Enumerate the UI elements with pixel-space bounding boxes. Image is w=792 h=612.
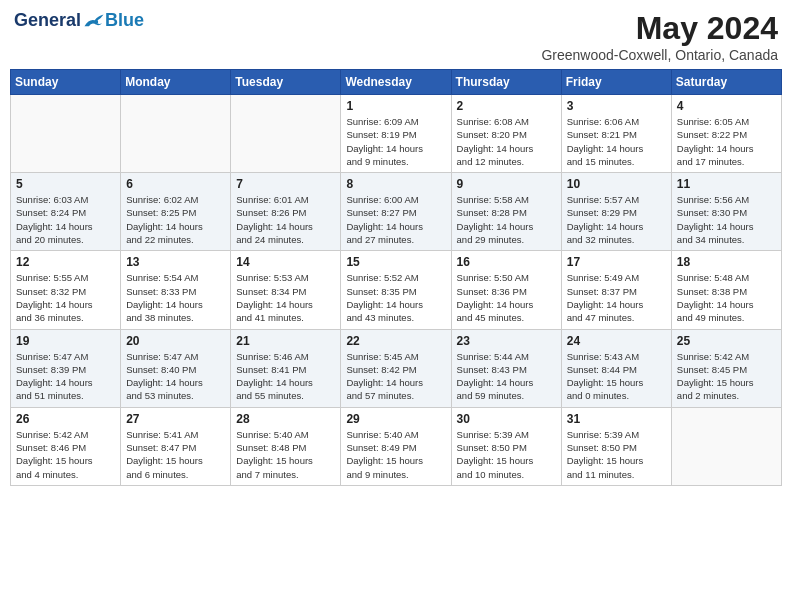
calendar-cell: 20Sunrise: 5:47 AM Sunset: 8:40 PM Dayli… [121,329,231,407]
logo-blue: Blue [105,10,144,31]
calendar-cell: 3Sunrise: 6:06 AM Sunset: 8:21 PM Daylig… [561,95,671,173]
calendar-cell: 21Sunrise: 5:46 AM Sunset: 8:41 PM Dayli… [231,329,341,407]
day-info: Sunrise: 5:47 AM Sunset: 8:39 PM Dayligh… [16,350,115,403]
day-number: 28 [236,412,335,426]
calendar-cell: 11Sunrise: 5:56 AM Sunset: 8:30 PM Dayli… [671,173,781,251]
calendar-cell: 23Sunrise: 5:44 AM Sunset: 8:43 PM Dayli… [451,329,561,407]
day-info: Sunrise: 6:00 AM Sunset: 8:27 PM Dayligh… [346,193,445,246]
day-info: Sunrise: 5:50 AM Sunset: 8:36 PM Dayligh… [457,271,556,324]
calendar-cell: 8Sunrise: 6:00 AM Sunset: 8:27 PM Daylig… [341,173,451,251]
calendar-cell: 24Sunrise: 5:43 AM Sunset: 8:44 PM Dayli… [561,329,671,407]
day-number: 29 [346,412,445,426]
calendar-header-row: SundayMondayTuesdayWednesdayThursdayFrid… [11,70,782,95]
day-info: Sunrise: 5:58 AM Sunset: 8:28 PM Dayligh… [457,193,556,246]
title-block: May 2024 Greenwood-Coxwell, Ontario, Can… [541,10,778,63]
location-subtitle: Greenwood-Coxwell, Ontario, Canada [541,47,778,63]
day-number: 31 [567,412,666,426]
calendar-cell: 19Sunrise: 5:47 AM Sunset: 8:39 PM Dayli… [11,329,121,407]
calendar-cell [121,95,231,173]
calendar-cell: 13Sunrise: 5:54 AM Sunset: 8:33 PM Dayli… [121,251,231,329]
calendar-cell: 28Sunrise: 5:40 AM Sunset: 8:48 PM Dayli… [231,407,341,485]
day-info: Sunrise: 6:06 AM Sunset: 8:21 PM Dayligh… [567,115,666,168]
calendar-week-row: 1Sunrise: 6:09 AM Sunset: 8:19 PM Daylig… [11,95,782,173]
day-info: Sunrise: 6:01 AM Sunset: 8:26 PM Dayligh… [236,193,335,246]
calendar-cell: 7Sunrise: 6:01 AM Sunset: 8:26 PM Daylig… [231,173,341,251]
day-info: Sunrise: 5:52 AM Sunset: 8:35 PM Dayligh… [346,271,445,324]
calendar-week-row: 5Sunrise: 6:03 AM Sunset: 8:24 PM Daylig… [11,173,782,251]
day-number: 10 [567,177,666,191]
day-info: Sunrise: 6:03 AM Sunset: 8:24 PM Dayligh… [16,193,115,246]
day-header-sunday: Sunday [11,70,121,95]
day-info: Sunrise: 5:40 AM Sunset: 8:48 PM Dayligh… [236,428,335,481]
calendar-cell: 1Sunrise: 6:09 AM Sunset: 8:19 PM Daylig… [341,95,451,173]
day-number: 9 [457,177,556,191]
day-info: Sunrise: 5:40 AM Sunset: 8:49 PM Dayligh… [346,428,445,481]
calendar-week-row: 19Sunrise: 5:47 AM Sunset: 8:39 PM Dayli… [11,329,782,407]
calendar-cell: 17Sunrise: 5:49 AM Sunset: 8:37 PM Dayli… [561,251,671,329]
day-info: Sunrise: 5:42 AM Sunset: 8:45 PM Dayligh… [677,350,776,403]
calendar-table: SundayMondayTuesdayWednesdayThursdayFrid… [10,69,782,486]
day-info: Sunrise: 6:05 AM Sunset: 8:22 PM Dayligh… [677,115,776,168]
calendar-cell: 6Sunrise: 6:02 AM Sunset: 8:25 PM Daylig… [121,173,231,251]
calendar-cell: 2Sunrise: 6:08 AM Sunset: 8:20 PM Daylig… [451,95,561,173]
day-info: Sunrise: 6:09 AM Sunset: 8:19 PM Dayligh… [346,115,445,168]
day-number: 14 [236,255,335,269]
calendar-cell: 10Sunrise: 5:57 AM Sunset: 8:29 PM Dayli… [561,173,671,251]
day-info: Sunrise: 6:02 AM Sunset: 8:25 PM Dayligh… [126,193,225,246]
day-number: 11 [677,177,776,191]
day-info: Sunrise: 5:55 AM Sunset: 8:32 PM Dayligh… [16,271,115,324]
calendar-cell: 31Sunrise: 5:39 AM Sunset: 8:50 PM Dayli… [561,407,671,485]
calendar-cell: 4Sunrise: 6:05 AM Sunset: 8:22 PM Daylig… [671,95,781,173]
day-info: Sunrise: 5:41 AM Sunset: 8:47 PM Dayligh… [126,428,225,481]
calendar-cell: 25Sunrise: 5:42 AM Sunset: 8:45 PM Dayli… [671,329,781,407]
day-header-thursday: Thursday [451,70,561,95]
day-info: Sunrise: 5:45 AM Sunset: 8:42 PM Dayligh… [346,350,445,403]
day-number: 4 [677,99,776,113]
day-info: Sunrise: 5:39 AM Sunset: 8:50 PM Dayligh… [567,428,666,481]
day-header-friday: Friday [561,70,671,95]
day-number: 23 [457,334,556,348]
day-number: 6 [126,177,225,191]
day-info: Sunrise: 5:54 AM Sunset: 8:33 PM Dayligh… [126,271,225,324]
day-info: Sunrise: 5:48 AM Sunset: 8:38 PM Dayligh… [677,271,776,324]
calendar-cell: 12Sunrise: 5:55 AM Sunset: 8:32 PM Dayli… [11,251,121,329]
day-number: 3 [567,99,666,113]
day-number: 24 [567,334,666,348]
calendar-cell: 30Sunrise: 5:39 AM Sunset: 8:50 PM Dayli… [451,407,561,485]
calendar-cell: 22Sunrise: 5:45 AM Sunset: 8:42 PM Dayli… [341,329,451,407]
day-number: 30 [457,412,556,426]
day-number: 26 [16,412,115,426]
day-info: Sunrise: 6:08 AM Sunset: 8:20 PM Dayligh… [457,115,556,168]
day-header-tuesday: Tuesday [231,70,341,95]
calendar-week-row: 26Sunrise: 5:42 AM Sunset: 8:46 PM Dayli… [11,407,782,485]
day-number: 25 [677,334,776,348]
calendar-cell: 18Sunrise: 5:48 AM Sunset: 8:38 PM Dayli… [671,251,781,329]
month-title: May 2024 [541,10,778,47]
day-info: Sunrise: 5:44 AM Sunset: 8:43 PM Dayligh… [457,350,556,403]
day-info: Sunrise: 5:57 AM Sunset: 8:29 PM Dayligh… [567,193,666,246]
day-header-monday: Monday [121,70,231,95]
calendar-cell [11,95,121,173]
calendar-cell: 9Sunrise: 5:58 AM Sunset: 8:28 PM Daylig… [451,173,561,251]
logo-general: General [14,10,81,31]
day-number: 16 [457,255,556,269]
day-number: 15 [346,255,445,269]
day-number: 12 [16,255,115,269]
day-info: Sunrise: 5:43 AM Sunset: 8:44 PM Dayligh… [567,350,666,403]
calendar-cell [231,95,341,173]
day-number: 5 [16,177,115,191]
day-number: 21 [236,334,335,348]
day-number: 17 [567,255,666,269]
calendar-cell: 5Sunrise: 6:03 AM Sunset: 8:24 PM Daylig… [11,173,121,251]
day-info: Sunrise: 5:53 AM Sunset: 8:34 PM Dayligh… [236,271,335,324]
day-number: 1 [346,99,445,113]
day-number: 27 [126,412,225,426]
day-info: Sunrise: 5:46 AM Sunset: 8:41 PM Dayligh… [236,350,335,403]
day-info: Sunrise: 5:49 AM Sunset: 8:37 PM Dayligh… [567,271,666,324]
day-number: 19 [16,334,115,348]
calendar-cell: 29Sunrise: 5:40 AM Sunset: 8:49 PM Dayli… [341,407,451,485]
day-number: 2 [457,99,556,113]
calendar-week-row: 12Sunrise: 5:55 AM Sunset: 8:32 PM Dayli… [11,251,782,329]
day-number: 7 [236,177,335,191]
day-number: 13 [126,255,225,269]
